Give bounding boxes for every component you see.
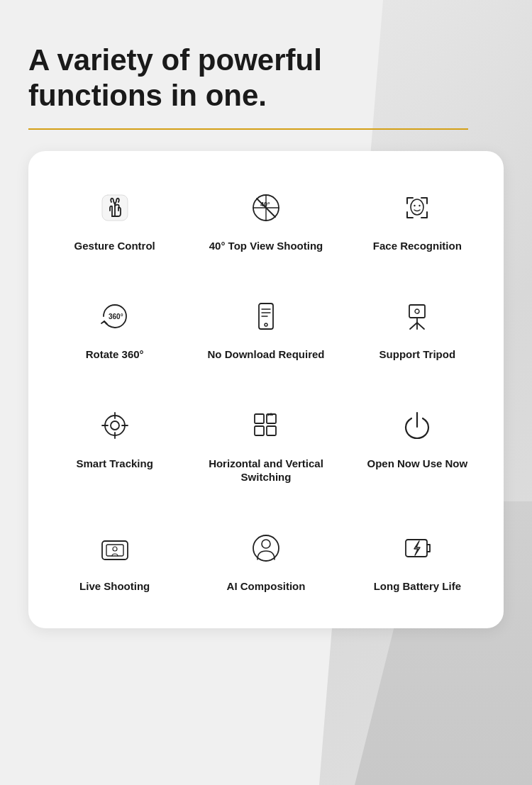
- gesture-control-icon: [94, 186, 136, 229]
- ai-composition-label: AI Composition: [227, 579, 306, 594]
- live-shooting-label: Live Shooting: [79, 579, 150, 594]
- headline-divider: [28, 128, 468, 130]
- face-recognition-icon: [396, 186, 438, 229]
- features-card: Gesture Control 40° 40° Top View Shootin…: [28, 151, 504, 629]
- long-battery-label: Long Battery Life: [374, 579, 461, 594]
- hv-switching-icon: [245, 404, 287, 447]
- ai-composition-icon: [245, 527, 287, 569]
- feature-live-shooting: Live Shooting: [43, 513, 187, 608]
- face-recognition-label: Face Recognition: [373, 239, 462, 253]
- svg-point-36: [262, 540, 270, 548]
- live-shooting-icon: [94, 527, 136, 569]
- svg-point-8: [419, 205, 421, 206]
- feature-open-now: Open Now Use Now: [345, 390, 489, 499]
- svg-text:40°: 40°: [260, 201, 270, 208]
- support-tripod-label: Support Tripod: [379, 347, 455, 362]
- feature-hv-switching: Horizontal and Vertical Switching: [194, 390, 338, 499]
- feature-no-download: No Download Required: [194, 281, 338, 376]
- svg-point-6: [411, 199, 423, 215]
- feature-rotate-360: 360° Rotate 360°: [43, 281, 187, 376]
- rotate-360-icon: 360°: [94, 295, 136, 338]
- no-download-icon: [245, 295, 287, 338]
- open-now-label: Open Now Use Now: [367, 457, 467, 471]
- svg-rect-37: [406, 540, 427, 557]
- svg-rect-15: [409, 305, 425, 318]
- hv-switching-label: Horizontal and Vertical Switching: [201, 457, 331, 484]
- svg-point-22: [111, 421, 119, 430]
- gesture-control-label: Gesture Control: [74, 239, 155, 253]
- svg-line-19: [417, 323, 424, 329]
- svg-rect-29: [255, 426, 264, 435]
- svg-point-7: [414, 205, 416, 206]
- smart-tracking-icon: [94, 404, 136, 447]
- svg-rect-30: [267, 426, 276, 435]
- svg-line-18: [410, 323, 417, 329]
- smart-tracking-label: Smart Tracking: [76, 457, 153, 471]
- feature-face-recognition: Face Recognition: [345, 172, 489, 267]
- feature-gesture-control: Gesture Control: [43, 172, 187, 267]
- svg-point-16: [415, 309, 419, 313]
- feature-support-tripod: Support Tripod: [345, 281, 489, 376]
- top-view-label: 40° Top View Shooting: [209, 239, 323, 253]
- feature-ai-composition: AI Composition: [194, 513, 338, 608]
- svg-text:360°: 360°: [109, 313, 123, 321]
- feature-smart-tracking: Smart Tracking: [43, 390, 187, 499]
- no-download-label: No Download Required: [207, 347, 324, 362]
- features-grid: Gesture Control 40° 40° Top View Shootin…: [43, 172, 489, 608]
- svg-point-14: [265, 323, 267, 326]
- feature-long-battery: Long Battery Life: [345, 513, 489, 608]
- feature-top-view: 40° 40° Top View Shooting: [194, 172, 338, 267]
- headline-line1: A variety of powerful: [28, 43, 322, 77]
- rotate-360-label: Rotate 360°: [86, 347, 144, 362]
- svg-point-34: [113, 547, 117, 551]
- svg-rect-27: [255, 414, 264, 423]
- headline: A variety of powerful functions in one.: [28, 43, 426, 114]
- headline-line2: functions in one.: [28, 79, 267, 112]
- long-battery-icon: [396, 527, 438, 569]
- top-view-icon: 40°: [245, 186, 287, 229]
- open-now-icon: [396, 404, 438, 447]
- support-tripod-icon: [396, 295, 438, 338]
